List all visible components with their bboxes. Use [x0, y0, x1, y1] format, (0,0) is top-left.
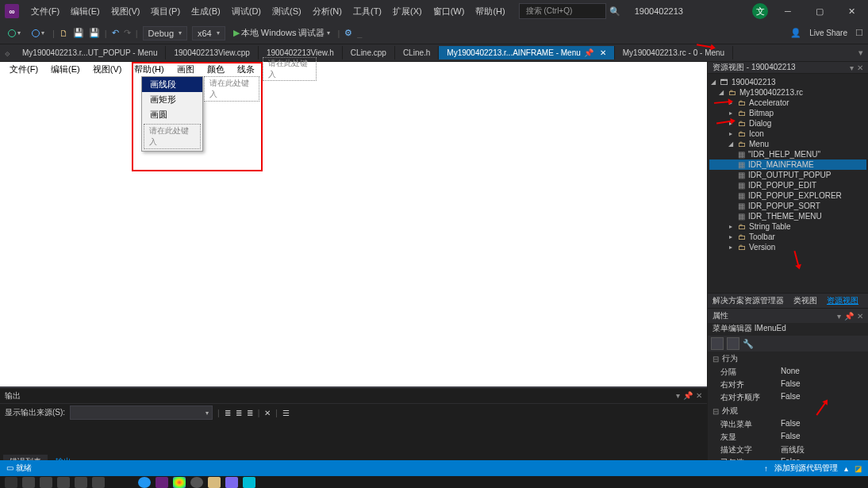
taskbar-app-2[interactable] [190, 477, 203, 488]
dropdown-item-1[interactable]: 画矩形 [142, 92, 202, 107]
taskbar-app-4[interactable] [243, 477, 255, 488]
tab-pin-icon[interactable]: 📌 [584, 48, 593, 57]
tree-menu-5[interactable]: ▦IDR_POPUP_SORT [709, 201, 866, 211]
start-icon[interactable] [5, 477, 17, 488]
tree-menu[interactable]: ◢🗀Menu [709, 139, 866, 149]
close-icon[interactable]: ✕ [600, 48, 606, 57]
status-source-control-icon[interactable]: ↑ [764, 464, 768, 473]
menu-help[interactable]: 帮助(H) [470, 2, 510, 21]
menu-debug[interactable]: 调试(D) [226, 2, 267, 21]
prop-val[interactable]: 画线段 [781, 444, 868, 455]
close-button[interactable]: ✕ [839, 6, 863, 17]
live-share-icon[interactable]: 👤 [790, 28, 801, 38]
output-icon3[interactable]: ≣ [247, 409, 253, 417]
output-pin-icon[interactable]: 📌 [683, 391, 693, 400]
save-icon[interactable]: 💾 [73, 28, 84, 38]
tab-0[interactable]: My1900402213.r...UT_POPUP - Menu [14, 46, 166, 60]
props-pin-icon[interactable]: 📌 [844, 312, 854, 321]
resource-tree[interactable]: ◢🗔1900402213 ◢🗀My1900402213.rc ▸🗀Acceler… [708, 74, 868, 293]
taskbar-item[interactable] [75, 477, 87, 488]
nav-fwd-button[interactable]: ▾ [29, 28, 48, 39]
menu-window[interactable]: 窗口(W) [428, 2, 470, 21]
output-wrap-icon[interactable]: ☰ [282, 409, 290, 417]
maximize-button[interactable]: ▢ [808, 6, 832, 17]
tree-icon[interactable]: ▸🗀Icon [709, 129, 866, 139]
tree-menu-4[interactable]: ▦IDR_POPUP_EXPLORER [709, 190, 866, 201]
props-dropdown-icon[interactable]: ▾ [837, 312, 841, 321]
menu-placeholder[interactable]: 请在此处键入 [263, 57, 317, 81]
menu-view[interactable]: 视图(V) [106, 2, 146, 21]
prop-val[interactable]: False [781, 379, 868, 390]
menu-editor-surface[interactable]: 文件(F) 编辑(E) 视图(V) 帮助(H) 画图 颜色 线条 请在此处键入 … [0, 62, 707, 387]
menu-build[interactable]: 生成(B) [186, 2, 226, 21]
tab-solution-explorer[interactable]: 解决方案资源管理器 [708, 294, 789, 308]
prop-val[interactable]: None [781, 367, 868, 378]
nav-back-button[interactable]: ▾ [5, 28, 24, 39]
tree-menu-2[interactable]: ▦IDR_OUTPUT_POPUP [709, 170, 866, 180]
tab-6[interactable]: My1900402213.rc - 0 - Menu [615, 46, 733, 60]
status-source-control[interactable]: 添加到源代码管理 [774, 463, 838, 474]
props-az-button[interactable] [727, 337, 739, 350]
output-source-combo[interactable]: ▾ [70, 405, 213, 420]
menu-item-view[interactable]: 视图(V) [86, 63, 129, 76]
search-input[interactable]: 搜索 (Ctrl+Q) [519, 3, 606, 19]
live-share-button[interactable]: Live Share [809, 29, 847, 37]
taskbar-app-3[interactable] [225, 477, 238, 488]
dropdown-placeholder[interactable]: 请在此处键入 [144, 124, 201, 149]
taskbar-chrome-icon[interactable] [173, 477, 186, 488]
tree-menu-6[interactable]: ▦IDR_THEME_MENU [709, 211, 866, 221]
menu-test[interactable]: 测试(S) [267, 2, 307, 21]
panel-dropdown-icon[interactable]: ▾ [850, 63, 854, 72]
search-icon[interactable]: 🔍 [609, 6, 620, 17]
props-wrench-icon[interactable]: 🔧 [743, 339, 754, 349]
tab-5[interactable]: My1900402213.r...AINFRAME - Menu📌✕ [439, 46, 614, 60]
tree-version[interactable]: ▸🗀Version [709, 242, 866, 252]
menu-item-line[interactable]: 线条 [231, 63, 261, 76]
new-file-icon[interactable]: 🗋 [60, 29, 68, 38]
config-combo[interactable]: Debug▾ [143, 26, 187, 40]
tab-3[interactable]: CLine.cpp [343, 46, 395, 60]
output-icon1[interactable]: ≣ [225, 409, 231, 417]
status-notification-icon[interactable]: ◪ [855, 464, 862, 473]
menu-tools[interactable]: 工具(T) [348, 2, 387, 21]
menu-project[interactable]: 项目(P) [145, 2, 186, 21]
tab-class-view[interactable]: 类视图 [789, 294, 822, 308]
tree-accelerator[interactable]: ▸🗀Accelerator [709, 98, 866, 108]
dropdown-item-2[interactable]: 画圆 [142, 107, 202, 122]
prop-cat-behavior[interactable]: 行为 [722, 353, 738, 364]
dropdown-item-0[interactable]: 画线段 [142, 77, 202, 92]
menu-file[interactable]: 文件(F) [25, 2, 65, 21]
tree-menu-3[interactable]: ▦IDR_POPUP_EDIT [709, 180, 866, 190]
tab-overflow-icon[interactable]: ▾ [854, 48, 868, 58]
output-clear-icon[interactable]: ✕ [264, 409, 271, 417]
taskbar-item[interactable] [92, 477, 105, 488]
menu-extensions[interactable]: 扩展(X) [387, 2, 428, 21]
tree-dialog[interactable]: ▸🗀Dialog [709, 118, 866, 129]
output-close-icon[interactable]: ✕ [696, 391, 702, 400]
redo-icon[interactable]: ↷ [124, 28, 131, 38]
tree-root[interactable]: ◢🗔1900402213 [709, 77, 866, 87]
tool-icon1[interactable]: ⚙ [344, 28, 352, 38]
tab-4[interactable]: CLine.h [395, 46, 439, 60]
tree-bitmap[interactable]: ▸🗀Bitmap [709, 108, 866, 118]
panel-close-icon[interactable]: ✕ [857, 63, 863, 72]
menu-item-edit[interactable]: 编辑(E) [44, 63, 86, 76]
output-icon2[interactable]: ≣ [236, 409, 242, 417]
menu-item-help[interactable]: 帮助(H) [128, 63, 170, 76]
menu-item-draw[interactable]: 画图 [171, 63, 201, 76]
tree-stringtable[interactable]: ▸🗀String Table [709, 221, 866, 232]
props-cat-button[interactable] [711, 337, 724, 350]
prop-val[interactable]: False [781, 419, 868, 430]
menu-item-color[interactable]: 颜色 [201, 63, 231, 76]
taskbar-explorer-icon[interactable] [208, 477, 221, 488]
menu-edit[interactable]: 编辑(E) [65, 2, 106, 21]
feedback-icon[interactable]: ☐ [855, 28, 863, 38]
prop-cat-appearance[interactable]: 外观 [722, 405, 738, 417]
taskbar-app-1[interactable] [138, 477, 151, 488]
menu-analyze[interactable]: 分析(N) [307, 2, 348, 21]
tree-rc[interactable]: ◢🗀My1900402213.rc [709, 87, 866, 98]
platform-combo[interactable]: x64▾ [192, 26, 225, 40]
undo-icon[interactable]: ↶ [112, 28, 119, 38]
menu-item-file[interactable]: 文件(F) [3, 63, 44, 76]
minimize-button[interactable]: ─ [776, 6, 800, 16]
